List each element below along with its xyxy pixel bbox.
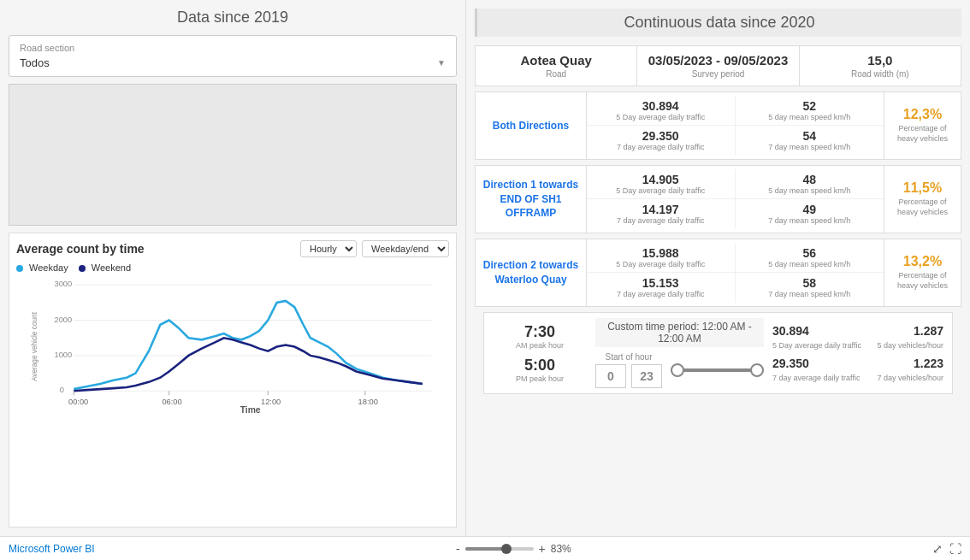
- svg-text:06:00: 06:00: [162, 397, 181, 405]
- stat-main-2-0: 15.988: [597, 246, 725, 260]
- survey-period: 03/05/2023 - 09/05/2023: [646, 53, 790, 68]
- custom-7day-label: 7 day average daily traffic: [772, 374, 860, 382]
- stat-main-1-1: 48: [746, 173, 874, 186]
- pct-value-1: 11,5%: [903, 180, 942, 196]
- stat-label-1-1: 5 day mean speed km/h: [746, 186, 874, 195]
- road-width: 15,0: [808, 53, 952, 68]
- stat-main-1-3: 49: [746, 203, 874, 216]
- bottom-icons: ⤢ ⛶: [932, 542, 961, 556]
- map-area: [9, 84, 457, 226]
- right-panel-title: Continuous data since 2020: [475, 9, 961, 37]
- stat-main-2-1: 56: [746, 246, 874, 260]
- svg-text:Time: Time: [240, 405, 261, 413]
- direction-pct-2: 13,2%Percentage of heavy vehicles: [884, 239, 961, 306]
- stat-label-1-0: 5 Day average daily traffic: [597, 186, 725, 195]
- hour-end-box[interactable]: 23: [631, 364, 662, 388]
- svg-text:18:00: 18:00: [358, 397, 378, 405]
- survey-cell: 03/05/2023 - 09/05/2023 Survey period: [637, 46, 799, 85]
- zoom-slider[interactable]: [465, 547, 534, 551]
- direction-stats-0: 30.8945 Day average daily traffic525 day…: [587, 92, 884, 159]
- road-name: Aotea Quay: [484, 53, 628, 68]
- slider-track: [671, 368, 764, 372]
- chart-svg: 3000 2000 1000 0 Average vehicle count: [16, 276, 449, 413]
- hour-boxes: 0 23: [595, 364, 662, 388]
- hour-inputs: Start of hour 0 23: [595, 352, 662, 388]
- info-header: Aotea Quay Road 03/05/2023 - 09/05/2023 …: [475, 45, 961, 86]
- weekday-select[interactable]: Weekday/end: [362, 240, 449, 257]
- chart-controls: Hourly Weekday/end: [300, 240, 449, 257]
- hour-label: Start of hour: [605, 352, 652, 362]
- stat-label-2-1: 5 day mean speed km/h: [746, 260, 874, 268]
- chart-legend: Weekday Weekend: [16, 262, 449, 273]
- pct-value-2: 13,2%: [903, 254, 942, 269]
- chart-area: 3000 2000 1000 0 Average vehicle count: [16, 276, 449, 413]
- direction-stats-1: 14.9055 Day average daily traffic485 day…: [587, 166, 884, 233]
- stat-main-0-1: 52: [746, 99, 874, 113]
- weekend-dot: [79, 265, 86, 272]
- svg-text:2000: 2000: [54, 315, 72, 323]
- slider-thumb-left[interactable]: [671, 363, 684, 377]
- range-slider[interactable]: [671, 362, 764, 379]
- pct-label-2: Percentage of heavy vehicles: [890, 271, 955, 291]
- stat-label-0-2: 7 day average daily traffic: [597, 143, 725, 151]
- stat-main-1-2: 14.197: [597, 203, 725, 216]
- am-peak-label: AM peak hour: [493, 341, 587, 350]
- svg-text:3000: 3000: [54, 280, 72, 288]
- road-width-cell: 15,0 Road width (m): [800, 46, 961, 85]
- road-section-value: Todos: [20, 56, 50, 69]
- am-peak-time: 7:30: [493, 323, 587, 341]
- chart-title: Average count by time: [16, 242, 145, 256]
- powerbi-link[interactable]: Microsoft Power BI: [9, 543, 95, 555]
- hourly-select[interactable]: Hourly: [300, 240, 357, 257]
- weekend-label: Weekend: [92, 262, 131, 273]
- stat-cell-2-1: 565 day mean speed km/h: [736, 243, 884, 273]
- road-section-select[interactable]: Todos ▼: [20, 56, 446, 69]
- custom-time-title: Custom time period: 12:00 AM - 12:00 AM: [595, 318, 764, 347]
- direction-row-1: Direction 1 towards END OF SH1 OFFRAMP14…: [475, 165, 961, 233]
- stat-main-0-0: 30.894: [597, 99, 725, 113]
- stat-main-2-3: 58: [746, 276, 874, 290]
- hour-start-box[interactable]: 0: [595, 364, 626, 388]
- stat-label-0-0: 5 Day average daily traffic: [597, 113, 725, 121]
- stat-label-2-2: 7 day average daily traffic: [597, 290, 725, 298]
- road-label: Road: [484, 69, 628, 79]
- survey-label: Survey period: [646, 69, 790, 79]
- stat-label-2-3: 7 day mean speed km/h: [746, 290, 874, 298]
- stat-cell-0-2: 29.3507 day average daily traffic: [587, 126, 736, 156]
- stat-cell-1-1: 485 day mean speed km/h: [736, 169, 884, 199]
- stat-cell-0-0: 30.8945 Day average daily traffic: [587, 96, 736, 126]
- weekday-legend: Weekday: [16, 262, 68, 273]
- svg-text:1000: 1000: [54, 351, 72, 359]
- pm-peak-time: 5:00: [493, 357, 587, 374]
- direction-row-2: Direction 2 towards Waterloo Quay15.9885…: [475, 239, 961, 307]
- stat-cell-1-2: 14.1977 day average daily traffic: [587, 199, 736, 229]
- custom-7veh-label: 7 day vehicles/hour: [877, 374, 943, 382]
- svg-text:Average vehicle count: Average vehicle count: [31, 311, 38, 381]
- custom-5veh-label: 5 day vehicles/hour: [877, 341, 943, 350]
- pct-label-1: Percentage of heavy vehicles: [890, 197, 955, 217]
- expand-icon[interactable]: ⤢: [932, 542, 943, 556]
- weekend-legend: Weekend: [79, 262, 131, 273]
- road-section-label: Road section: [20, 43, 446, 53]
- stat-cell-2-0: 15.9885 Day average daily traffic: [587, 243, 736, 273]
- svg-text:0: 0: [60, 386, 64, 394]
- svg-text:12:00: 12:00: [261, 397, 281, 405]
- road-cell: Aotea Quay Road: [476, 46, 637, 85]
- road-width-label: Road width (m): [808, 69, 952, 79]
- pct-value-0: 12,3%: [903, 107, 942, 122]
- pm-peak-label: PM peak hour: [493, 374, 587, 383]
- chart-header: Average count by time Hourly Weekday/end: [16, 240, 449, 257]
- zoom-controls: - + 83%: [456, 542, 571, 556]
- pm-peak-cell: 5:00 PM peak hour: [493, 357, 587, 383]
- chart-section: Average count by time Hourly Weekday/end…: [9, 233, 457, 528]
- slider-thumb-right[interactable]: [750, 363, 764, 377]
- fullscreen-icon[interactable]: ⛶: [949, 542, 961, 556]
- zoom-minus-btn[interactable]: -: [456, 542, 460, 556]
- custom-5veh-value: 1.287: [914, 324, 943, 338]
- stat-label-1-2: 7 day average daily traffic: [597, 216, 725, 225]
- zoom-thumb[interactable]: [501, 544, 512, 554]
- stat-label-2-0: 5 Day average daily traffic: [597, 260, 725, 268]
- zoom-plus-btn[interactable]: +: [539, 542, 546, 556]
- custom-5day-value: 30.894: [772, 324, 809, 338]
- stat-main-2-2: 15.153: [597, 276, 725, 290]
